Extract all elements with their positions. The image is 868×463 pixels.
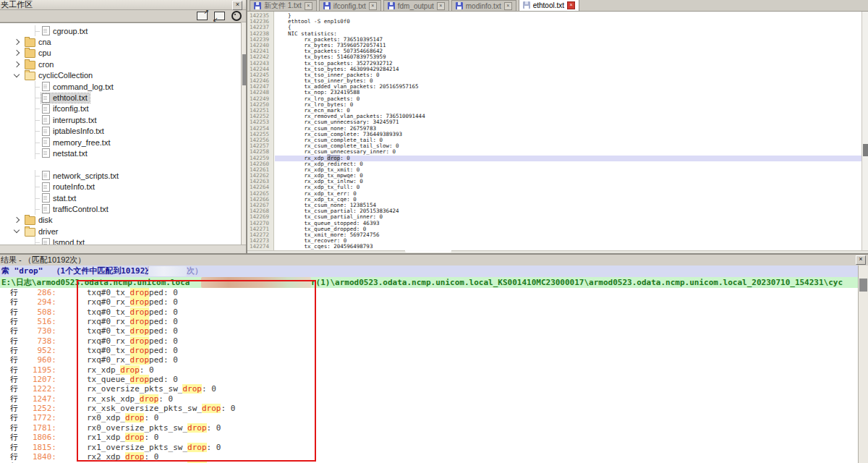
tab-label: ifconfig.txt	[333, 2, 366, 10]
tree-item-cyclicCollection[interactable]: cyclicCollection	[0, 70, 241, 81]
tree-item-label: cna	[38, 38, 51, 46]
tab-bar: 新文件 1.txt×ifconfig.txt×fdm_output×modinf…	[247, 0, 868, 12]
tree-item-trafficControl-txt[interactable]: trafficControl.txt	[0, 203, 241, 214]
chevron-down-icon[interactable]	[14, 72, 20, 77]
chevron-down-icon[interactable]	[14, 227, 20, 233]
code-line[interactable]: rx_xdp_redirect: 0	[275, 161, 861, 167]
tab-modinfo-txt[interactable]: modinfo.txt×	[451, 0, 516, 11]
row-line-label: 行	[10, 375, 22, 384]
chevron-right-icon[interactable]	[14, 217, 20, 223]
row-line-label: 行	[10, 433, 22, 442]
tab-label: 新文件 1.txt	[264, 1, 302, 11]
tree-item-label: lsmod.txt	[53, 238, 85, 245]
code-line[interactable]: rx_xdp_tx_inlnw: 0	[275, 179, 861, 184]
tree-item-label: ifconfig.txt	[53, 104, 89, 113]
tab-label: ethtool.txt	[533, 1, 564, 9]
tree-item-disk[interactable]: disk	[0, 215, 241, 226]
row-line-number: 1195:	[22, 365, 56, 375]
tree-item-command_log-txt[interactable]: command_log.txt	[0, 81, 241, 92]
code-line[interactable]: tx_added_vlan_packets: 205165957165	[275, 84, 861, 90]
code-line[interactable]: ethtool -S enp1s0f0	[275, 19, 861, 25]
workspace-titlebar: 夹工作区 ×	[0, 0, 246, 10]
row-line-number: 1772:	[22, 413, 56, 422]
tab-close-button[interactable]: ×	[437, 2, 445, 10]
tab-close-button[interactable]: ×	[369, 2, 377, 10]
save-floppy-icon	[323, 2, 331, 9]
code-line[interactable]: rx_lro_packets: 0	[275, 96, 861, 102]
tree-item-netstat-txt[interactable]: netstat.txt	[0, 148, 241, 158]
row-line-label: 行	[10, 384, 22, 394]
tab-ifconfig-txt[interactable]: ifconfig.txt×	[319, 0, 381, 11]
chevron-right-icon[interactable]	[14, 61, 20, 67]
file-icon	[42, 148, 50, 158]
results-vertical-scrollbar[interactable]	[858, 266, 868, 463]
tree-item-memory_free-txt[interactable]: memory_free.txt	[0, 137, 241, 148]
tab-close-button[interactable]: ×	[504, 2, 512, 10]
tree-item-label: interrupts.txt	[53, 116, 97, 124]
tree-item-cron[interactable]: cron	[0, 59, 241, 69]
tree-item-iptablesInfo-txt[interactable]: iptablesInfo.txt	[0, 126, 241, 137]
folder-open-icon	[25, 228, 35, 237]
code-line[interactable]: }	[275, 13, 861, 19]
row-line-label: 行	[10, 423, 22, 433]
tab-ethtool-txt[interactable]: ethtool.txt×	[519, 0, 579, 11]
code-area[interactable]: }ethtool -S enp1s0f0{NIC statistics: rx_…	[275, 12, 861, 250]
row-line-number: 1222:	[22, 384, 56, 394]
file-icon	[42, 26, 50, 35]
chevron-right-icon[interactable]	[14, 50, 20, 56]
results-close-button[interactable]: ×	[856, 255, 866, 265]
tree-item-label: ethtool.txt	[53, 93, 88, 102]
tree-item-ethtool-txt[interactable]: ethtool.txt	[0, 92, 241, 103]
restore-panel-icon[interactable]	[214, 12, 225, 20]
row-line-label: 行	[10, 288, 22, 297]
row-line-label: 行	[10, 307, 22, 317]
app-window: 夹工作区 × cgroup.txtcnacpucroncyclicCollect…	[0, 0, 868, 463]
tab-close-button[interactable]: ×	[305, 2, 312, 10]
tree-item-ifconfig-txt[interactable]: ifconfig.txt	[0, 103, 241, 114]
tree-item-cna[interactable]: cna	[0, 36, 241, 47]
folder-icon	[25, 61, 35, 69]
chevron-right-icon[interactable]	[14, 39, 20, 45]
code-line[interactable]: rx_lro_bytes: 0	[275, 102, 861, 108]
tree-item-interrupts-txt[interactable]: interrupts.txt	[0, 114, 241, 125]
row-line-number: 730:	[22, 326, 56, 336]
folder-icon	[25, 216, 35, 225]
code-line[interactable]: rx_xdp_tx_full: 0	[275, 184, 861, 190]
tree-item-label: iptablesInfo.txt	[53, 127, 104, 135]
close-icon: ×	[859, 255, 862, 263]
row-line-number: 1840:	[22, 452, 56, 462]
code-line[interactable]: tx_nop: 232419588	[275, 90, 861, 95]
tree-item-driver[interactable]: driver	[0, 226, 241, 237]
save-floppy-icon	[254, 2, 261, 9]
tree-item-cpu[interactable]: cpu	[0, 48, 241, 59]
tab-fdm_output[interactable]: fdm_output×	[383, 0, 449, 11]
editor-scrollbar-thumb[interactable]	[863, 144, 868, 156]
editor-panel: 新文件 1.txt×ifconfig.txt×fdm_output×modinf…	[246, 0, 868, 255]
row-line-number: 294:	[22, 297, 56, 307]
editor-vertical-scrollbar[interactable]	[861, 12, 868, 250]
tree-item-network_scripts-txt[interactable]: network_scripts.txt	[0, 170, 241, 181]
locate-file-icon[interactable]	[231, 11, 242, 21]
code-line[interactable]: rx_csum_unnecessary_inner: 0	[275, 149, 861, 155]
tree-gap	[0, 159, 241, 170]
row-line-number: 1781:	[22, 423, 56, 433]
search-summary-tail: 次）	[187, 266, 203, 277]
code-line[interactable]: {	[275, 25, 861, 30]
tree-item-label: netstat.txt	[53, 149, 88, 158]
tab--1-txt[interactable]: 新文件 1.txt×	[250, 0, 317, 11]
file-tree: cgroup.txtcnacpucroncyclicCollectioncomm…	[0, 22, 241, 245]
redaction-patch	[148, 266, 187, 276]
code-line[interactable]: tx_xmit_more: 569724756	[275, 232, 861, 238]
tree-item-routeInfo-txt[interactable]: routeInfo.txt	[0, 181, 241, 192]
tree-item-stat-txt[interactable]: stat.txt	[0, 192, 241, 203]
results-scrollbar-thumb[interactable]	[859, 279, 867, 292]
red-annotation-rectangle	[77, 280, 316, 462]
tree-item-lsmod-txt[interactable]: lsmod.txt	[0, 237, 241, 245]
tree-item-label: memory_free.txt	[53, 138, 110, 147]
row-line-label: 行	[10, 365, 22, 375]
tab-close-button[interactable]: ×	[567, 1, 575, 9]
row-line-number: 960:	[22, 355, 56, 365]
code-line[interactable]: rx_xdp_tx_err: 0	[275, 191, 861, 197]
maximize-panel-icon[interactable]	[197, 12, 208, 20]
tree-item-cgroup-txt[interactable]: cgroup.txt	[0, 25, 241, 36]
